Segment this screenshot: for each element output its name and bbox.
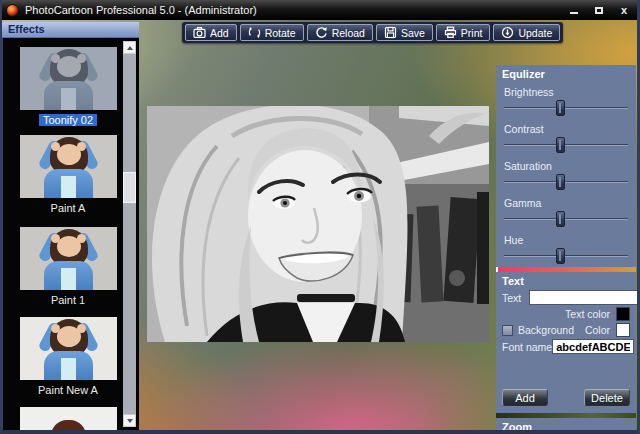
scroll-up-button[interactable] bbox=[123, 41, 136, 54]
camera-icon bbox=[193, 26, 206, 39]
text-input[interactable] bbox=[529, 290, 640, 305]
color-label: Color bbox=[585, 324, 610, 336]
scrollbar-thumb[interactable] bbox=[123, 172, 136, 203]
reload-icon bbox=[315, 26, 328, 39]
effect-thumbnail bbox=[20, 407, 117, 430]
save-button-label: Save bbox=[401, 27, 425, 39]
font-name-row: Font name bbox=[502, 339, 630, 354]
rotate-icon bbox=[248, 26, 261, 39]
save-button[interactable]: Save bbox=[376, 24, 433, 41]
hue-label: Hue bbox=[504, 234, 628, 246]
hue-slider[interactable] bbox=[504, 255, 628, 257]
slider-group-gamma: Gamma bbox=[496, 192, 636, 229]
background-color-row: Background Color bbox=[502, 323, 630, 337]
slider-group-hue: Hue bbox=[496, 229, 636, 266]
zoom-panel-header: Zoom bbox=[496, 418, 636, 434]
text-color-row: Text color bbox=[502, 307, 630, 321]
update-icon bbox=[501, 26, 514, 39]
brightness-slider-thumb[interactable] bbox=[556, 100, 565, 116]
app-logo-icon bbox=[6, 4, 19, 17]
add-text-button[interactable]: Add bbox=[502, 389, 548, 406]
effect-thumbnail bbox=[20, 47, 117, 110]
gamma-slider[interactable] bbox=[504, 218, 628, 220]
saturation-slider-thumb[interactable] bbox=[556, 174, 565, 190]
contrast-slider[interactable] bbox=[504, 144, 628, 146]
saturation-label: Saturation bbox=[504, 160, 628, 172]
maximize-button[interactable] bbox=[593, 4, 605, 16]
saturation-slider[interactable] bbox=[504, 181, 628, 183]
photo-grayscale-portrait bbox=[147, 106, 489, 342]
background-checkbox[interactable] bbox=[502, 325, 513, 336]
effect-thumbnail bbox=[20, 317, 117, 380]
text-color-swatch[interactable] bbox=[616, 307, 630, 321]
scroll-down-icon bbox=[127, 419, 133, 423]
text-panel-buttons: Add Delete bbox=[502, 389, 630, 406]
window-title: PhotoCartoon Professional 5.0 - (Adminis… bbox=[25, 4, 257, 16]
effect-item-partial[interactable] bbox=[15, 407, 121, 430]
slider-group-saturation: Saturation bbox=[496, 155, 636, 192]
text-color-label: Text color bbox=[565, 308, 610, 320]
text-field-label: Text bbox=[502, 292, 521, 304]
effects-list: Toonify 02 Paint A Paint 1 bbox=[2, 38, 139, 430]
effects-scrollbar[interactable] bbox=[123, 41, 136, 427]
print-icon bbox=[444, 26, 457, 39]
brightness-label: Brightness bbox=[504, 86, 628, 98]
contrast-label: Contrast bbox=[504, 123, 628, 135]
minimize-icon bbox=[570, 12, 578, 14]
print-button-label: Print bbox=[461, 27, 483, 39]
effects-panel-header: Effects bbox=[2, 22, 139, 38]
hue-slider-thumb[interactable] bbox=[556, 248, 565, 264]
effect-item-paint-new-a[interactable]: Paint New A bbox=[15, 317, 121, 397]
effect-label: Paint New A bbox=[15, 384, 121, 397]
effect-thumbnail bbox=[20, 227, 117, 290]
background-color-swatch[interactable] bbox=[616, 323, 630, 337]
reload-button[interactable]: Reload bbox=[307, 24, 373, 41]
print-button[interactable]: Print bbox=[436, 24, 491, 41]
zoom-panel: Zoom bbox=[496, 418, 636, 434]
delete-text-button[interactable]: Delete bbox=[584, 389, 630, 406]
reload-button-label: Reload bbox=[332, 27, 365, 39]
text-input-row: Text bbox=[502, 290, 630, 305]
titlebar: PhotoCartoon Professional 5.0 - (Adminis… bbox=[0, 0, 640, 20]
background-label: Background bbox=[518, 324, 574, 336]
main-toolbar: Add Rotate Reload Save Print Update bbox=[182, 22, 563, 43]
photo-canvas bbox=[147, 106, 489, 342]
effect-item-paint-1[interactable]: Paint 1 bbox=[15, 227, 121, 307]
save-icon bbox=[384, 26, 397, 39]
update-button[interactable]: Update bbox=[493, 24, 560, 41]
effect-item-toonify-02[interactable]: Toonify 02 bbox=[15, 47, 121, 127]
effects-panel: Effects Toonify 02 Paint A bbox=[2, 22, 139, 430]
effect-item-paint-a[interactable]: Paint A bbox=[15, 135, 121, 215]
close-button[interactable]: x bbox=[618, 4, 630, 16]
update-button-label: Update bbox=[518, 27, 552, 39]
minimize-button[interactable] bbox=[568, 4, 580, 16]
gamma-label: Gamma bbox=[504, 197, 628, 209]
scroll-down-button[interactable] bbox=[123, 414, 136, 427]
text-panel-header: Text bbox=[496, 272, 636, 288]
gamma-slider-thumb[interactable] bbox=[556, 211, 565, 227]
right-sidebar: Equlizer Brightness Contrast Saturation … bbox=[496, 65, 636, 434]
app-window: PhotoCartoon Professional 5.0 - (Adminis… bbox=[0, 0, 640, 434]
scroll-up-icon bbox=[127, 46, 133, 50]
rotate-button-label: Rotate bbox=[265, 27, 296, 39]
font-name-label: Font name bbox=[502, 341, 552, 353]
effect-thumbnail bbox=[20, 135, 117, 198]
slider-group-brightness: Brightness bbox=[496, 81, 636, 118]
effect-label: Paint 1 bbox=[15, 294, 121, 307]
rotate-button[interactable]: Rotate bbox=[240, 24, 304, 41]
effect-label: Toonify 02 bbox=[15, 114, 121, 127]
contrast-slider-thumb[interactable] bbox=[556, 137, 565, 153]
add-button-label: Add bbox=[210, 27, 229, 39]
maximize-icon bbox=[595, 7, 603, 14]
text-panel: Text Text Text color Background Color Fo… bbox=[496, 272, 636, 413]
add-button[interactable]: Add bbox=[185, 24, 237, 41]
brightness-slider[interactable] bbox=[504, 107, 628, 109]
equalizer-panel: Equlizer Brightness Contrast Saturation … bbox=[496, 65, 636, 267]
equalizer-header: Equlizer bbox=[496, 65, 636, 81]
font-name-input[interactable] bbox=[552, 339, 634, 354]
slider-group-contrast: Contrast bbox=[496, 118, 636, 155]
effect-label: Paint A bbox=[15, 202, 121, 215]
